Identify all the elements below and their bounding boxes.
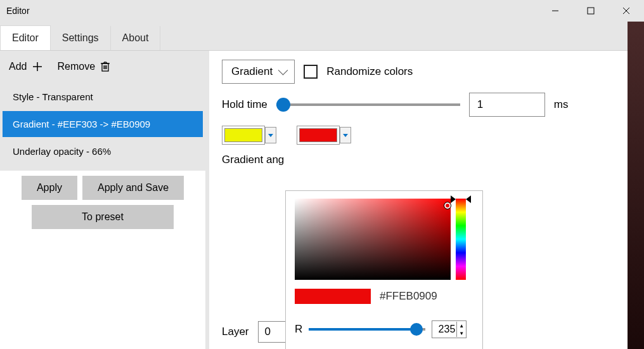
chevron-down-icon[interactable]: ▼ [457, 329, 466, 337]
add-label: Add [9, 61, 27, 72]
hold-time-label: Hold time [222, 98, 267, 111]
hue-slider[interactable] [456, 199, 466, 280]
color1-swatch-group[interactable] [222, 126, 276, 145]
color2-swatch [299, 128, 337, 142]
tab-bar: Editor Settings About [0, 22, 644, 51]
svg-rect-1 [588, 8, 594, 14]
color-picker-popup: #FFEB0909 R ▲▼ G ▲▼ [285, 190, 483, 349]
hue-cursor-icon [451, 195, 456, 203]
layer-label: Layer [222, 326, 249, 338]
randomize-checkbox[interactable] [304, 65, 318, 79]
randomize-label: Randomize colors [326, 65, 413, 78]
hold-time-input[interactable] [469, 93, 545, 117]
r-slider[interactable] [309, 328, 425, 331]
mode-dropdown[interactable]: Gradient [222, 60, 295, 84]
list-item[interactable]: Gradient - #EEF303 -> #EB0909 [3, 111, 203, 137]
hold-time-unit: ms [554, 98, 569, 111]
chevron-up-icon[interactable]: ▲ [457, 322, 466, 329]
apply-save-button[interactable]: Apply and Save [82, 176, 184, 200]
color-preview [295, 289, 371, 304]
effect-list: Style - Transparent Gradient - #EEF303 -… [0, 82, 205, 171]
trash-icon [100, 61, 110, 72]
maximize-button[interactable] [573, 0, 609, 22]
r-spinner[interactable]: ▲▼ [432, 320, 467, 338]
close-button[interactable] [609, 0, 644, 22]
hold-time-slider[interactable] [276, 103, 460, 106]
hue-cursor-icon [466, 195, 471, 203]
titlebar: Editor [0, 0, 644, 22]
right-edge-strip [628, 22, 644, 349]
to-preset-button[interactable]: To preset [32, 205, 174, 229]
color2-swatch-group[interactable] [297, 126, 351, 145]
color1-swatch [224, 128, 262, 142]
apply-button[interactable]: Apply [22, 176, 77, 200]
hex-label: #FFEB0909 [380, 290, 437, 303]
list-item[interactable]: Underlay opacity - 66% [3, 138, 203, 164]
remove-button[interactable]: Remove [57, 61, 110, 72]
saturation-value-box[interactable] [295, 199, 451, 280]
tab-editor[interactable]: Editor [0, 25, 51, 50]
minimize-button[interactable] [538, 0, 573, 22]
gradient-angle-label: Gradient ang [222, 154, 284, 166]
tab-about[interactable]: About [111, 26, 161, 50]
color1-dropdown-icon[interactable] [265, 127, 276, 143]
color2-dropdown-icon[interactable] [340, 127, 351, 143]
add-button[interactable]: Add [9, 61, 43, 72]
remove-label: Remove [57, 61, 95, 72]
sidebar: Add Remove Style - Transparent Gradient … [0, 51, 209, 349]
plus-icon [32, 61, 43, 72]
r-input[interactable] [432, 321, 456, 338]
tab-settings[interactable]: Settings [51, 26, 111, 50]
sv-cursor-icon [444, 202, 451, 209]
list-item[interactable]: Style - Transparent [3, 84, 203, 110]
r-label: R [295, 323, 302, 336]
window-title: Editor [6, 6, 30, 16]
